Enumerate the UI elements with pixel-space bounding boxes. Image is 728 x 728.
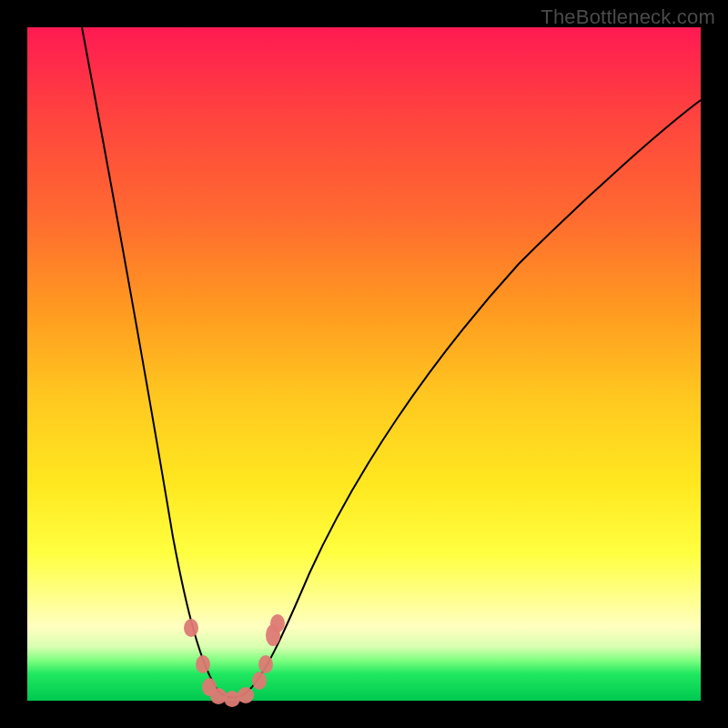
curve-markers (184, 614, 285, 707)
marker-dot (270, 614, 285, 632)
marker-dot (210, 688, 227, 704)
chart-svg (27, 27, 701, 701)
marker-dot (196, 655, 210, 673)
marker-dot (252, 672, 267, 690)
chart-plot-area (27, 27, 701, 701)
watermark-text: TheBottleneck.com (541, 5, 715, 29)
marker-dot (238, 687, 254, 703)
bottleneck-curve (82, 27, 701, 698)
marker-dot (184, 619, 198, 637)
marker-dot (258, 655, 273, 673)
